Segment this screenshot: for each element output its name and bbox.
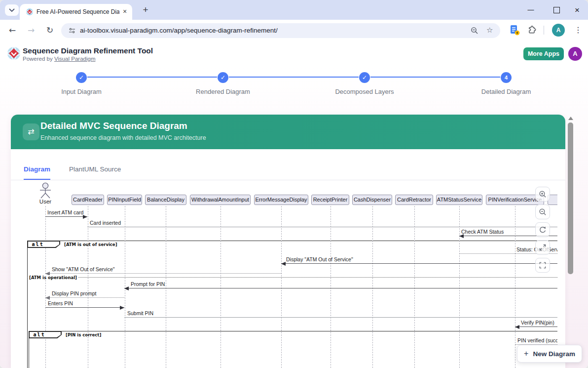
new-diagram-label: New Diagram [533, 350, 575, 358]
account-avatar[interactable]: A [568, 47, 582, 61]
reset-view-button[interactable] [535, 222, 550, 237]
lifeline [220, 206, 221, 368]
stepper-label: Input Diagram [42, 88, 121, 95]
bookmark-star-icon[interactable]: ☆ [486, 23, 493, 38]
actor-stick-figure [37, 182, 54, 199]
scrollbar-up-arrow[interactable] [568, 117, 573, 120]
message-label: PIN verified (succe [517, 337, 557, 343]
tab-diagram[interactable]: Diagram [24, 165, 50, 180]
visual-paradigm-logo [6, 45, 22, 61]
tab-plantuml-source[interactable]: PlantUML Source [69, 165, 121, 180]
tab-close-button[interactable]: × [120, 7, 129, 16]
fit-screen-icon [539, 261, 547, 269]
else-guard-condition: [ATM is operational] [28, 275, 78, 280]
alt-operator-label: alt [28, 242, 60, 247]
browser-menu-icon[interactable]: ⋮ [572, 24, 584, 37]
powered-by: Powered by Visual Paradigm [23, 56, 95, 62]
participant-box: CashDispenser [352, 195, 392, 205]
reload-button[interactable]: ↻ [42, 23, 57, 38]
arrowhead [83, 215, 87, 219]
powered-by-text: Powered by [23, 56, 53, 62]
url-bar[interactable]: ai-toolbox.visual-paradigm.com/app/seque… [61, 23, 500, 38]
arrowhead [120, 306, 124, 310]
alt-operator-tab: alt [29, 331, 62, 338]
zoom-out-button[interactable] [535, 204, 550, 219]
card-header: ⇄ Detailed MVC Sequence Diagram Enhanced… [11, 115, 565, 149]
url-text[interactable]: ai-toolbox.visual-paradigm.com/app/seque… [80, 23, 278, 38]
message-line [281, 263, 557, 264]
site-info-icon[interactable] [68, 27, 76, 35]
reading-list-icon[interactable] [510, 25, 520, 36]
guard-condition: [ATM is out of service] [64, 242, 117, 247]
participant-box: WithdrawalAmountInput [190, 195, 251, 205]
favicon-visual-paradigm [26, 8, 34, 16]
zoom-in-icon [539, 190, 547, 198]
lifeline [515, 206, 515, 368]
scrollbar-thumb[interactable] [568, 123, 573, 274]
stepper-label: Rendered Diagram [184, 88, 262, 95]
visual-paradigm-link[interactable]: Visual Paradigm [54, 56, 96, 62]
message-line [45, 307, 124, 308]
expand-button[interactable] [535, 240, 550, 255]
stepper-label: Detailed Diagram [467, 88, 546, 95]
message-label: Display PIN prompt [52, 290, 96, 296]
message-line [515, 327, 557, 327]
expand-icon [539, 244, 547, 251]
arrowhead [124, 286, 129, 290]
toolbar-divider [544, 26, 544, 35]
participant-box: ATMStatusService [436, 195, 482, 205]
new-diagram-button[interactable]: + New Diagram [517, 345, 582, 363]
tab-title: Free AI-Powered Sequence Diag [37, 8, 119, 15]
forward-button[interactable]: → [24, 23, 38, 38]
fit-screen-button[interactable] [535, 258, 550, 273]
page-zoom-icon[interactable] [471, 27, 478, 35]
new-tab-button[interactable]: + [140, 4, 151, 15]
lifeline [45, 206, 46, 368]
browser-profile-avatar[interactable]: A [552, 24, 565, 37]
message-label: Insert ATM card [47, 209, 83, 215]
arrowhead [459, 234, 464, 238]
extensions-puzzle-icon[interactable] [527, 26, 536, 35]
message-line [124, 288, 557, 288]
back-button[interactable]: ← [5, 23, 20, 38]
message-label: Display "ATM Out of Service" [286, 256, 353, 262]
stepper-step-4[interactable]: 4 [501, 72, 512, 83]
message-line [45, 273, 281, 274]
stepper-step-2[interactable]: ✓ [218, 72, 228, 83]
more-apps-button[interactable]: More Apps [523, 47, 564, 60]
else-divider-line [27, 277, 557, 278]
swap-arrows-icon: ⇄ [23, 123, 39, 140]
message-line [45, 297, 124, 298]
browser-window: Free AI-Powered Sequence Diag × + — × ← … [0, 0, 588, 368]
stepper-connector [229, 77, 359, 78]
alt-operator-label: alt [30, 332, 61, 338]
stepper-step-1[interactable]: ✓ [76, 72, 87, 83]
browser-tab[interactable]: Free AI-Powered Sequence Diag × [20, 4, 132, 20]
window-close-button[interactable]: × [570, 5, 584, 16]
app-title: Sequence Diagram Refinement Tool [23, 46, 153, 55]
lifeline [166, 206, 166, 368]
window-maximize-button[interactable] [550, 5, 563, 16]
window-minimize-button[interactable]: — [524, 5, 538, 16]
message-line [45, 216, 87, 217]
message-line [124, 317, 557, 318]
reset-icon [539, 226, 547, 234]
participant-box: CardReader [72, 195, 104, 205]
stepper-step-3[interactable]: ✓ [359, 72, 370, 83]
guard-condition: [PIN is correct] [66, 332, 101, 337]
participant-box: ReceiptPrinter [311, 195, 349, 205]
alt-operator-tab: alt [27, 241, 60, 248]
tab-search-button[interactable] [5, 4, 19, 16]
stepper-connector [87, 77, 217, 78]
browser-tab-strip: Free AI-Powered Sequence Diag × + — × [0, 0, 588, 20]
stepper-label: Decomposed Layers [325, 88, 404, 95]
sequence-diagram: UserCardReaderPINInputFieldBalanceDispla… [24, 182, 557, 368]
zoom-in-button[interactable] [535, 187, 550, 202]
plus-icon: + [524, 349, 528, 358]
message-label: Card inserted [90, 220, 121, 226]
chevron-down-icon [9, 8, 15, 12]
message-label: Show "ATM Out of Service" [52, 266, 114, 272]
stepper-connector [370, 77, 500, 78]
message-label: Check ATM Status [461, 229, 504, 235]
message-label: Enters PIN [48, 300, 73, 306]
